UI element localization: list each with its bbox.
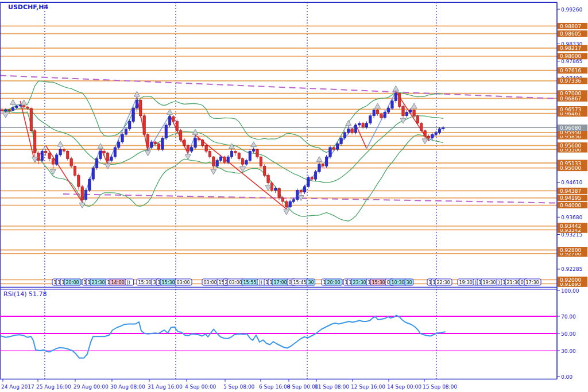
rsi-panel-area[interactable] — [0, 289, 557, 379]
chart-title: USDCHF,H4 — [8, 3, 48, 11]
chart-window: 11120:001123:30114:00))15:303:115:3003:0… — [0, 0, 588, 392]
price-axis-area[interactable] — [557, 0, 588, 379]
main-chart-area[interactable] — [0, 2, 557, 287]
rsi-label: RSI(14) 51.78 — [3, 290, 47, 298]
time-axis-area[interactable] — [0, 379, 588, 392]
price-chart-svg[interactable]: 11120:001123:30114:00))15:303:115:3003:0… — [0, 0, 588, 392]
